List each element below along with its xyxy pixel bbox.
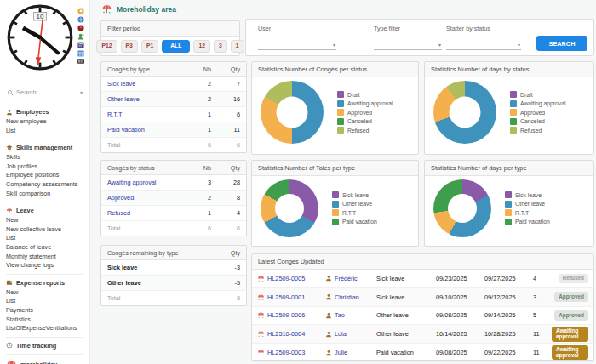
- stat-row-label[interactable]: Approved: [107, 194, 187, 202]
- date-to: 09/22/2025: [484, 349, 533, 356]
- user-cell: Lola: [325, 330, 376, 338]
- sidebar-header-time-tracking[interactable]: Time tracking: [6, 341, 83, 350]
- sidebar-header-moreholiday[interactable]: moreholiday: [6, 358, 83, 364]
- user-link[interactable]: Frédéric: [335, 275, 358, 282]
- stat-table-title: Congés by status: [107, 164, 187, 172]
- table-row: Refused14: [101, 206, 246, 221]
- sidebar: 10 Search ▾ EmployeesNew employ: [0, 0, 90, 364]
- user-link[interactable]: Christian: [335, 293, 359, 301]
- legend-swatch: [332, 209, 339, 216]
- stat-row-label[interactable]: Sick leave: [107, 80, 187, 88]
- sidebar-item-employee-positions[interactable]: Employee positions: [6, 171, 83, 180]
- table-row: Other leave216: [101, 92, 246, 107]
- stat-table-body: Sick leave-3Other leave-5: [101, 260, 246, 291]
- sidebar-item-list[interactable]: List: [6, 234, 83, 243]
- holiday-umbrella-icon: [257, 349, 265, 356]
- globe-icon[interactable]: [77, 16, 84, 23]
- leave-ref-link[interactable]: HL2509-0006: [267, 311, 305, 319]
- user-filter-select[interactable]: ▾: [258, 40, 336, 50]
- sidebar-item-competency-assessments[interactable]: Competency assessments: [6, 180, 83, 190]
- period-button-12[interactable]: 12: [193, 40, 210, 53]
- user-cell: Tao: [325, 311, 376, 319]
- sidebar-item-list[interactable]: List: [6, 297, 83, 306]
- holiday-umbrella-icon: [257, 293, 265, 301]
- status-filter-select[interactable]: ▾: [446, 40, 521, 50]
- user-filter-label: User: [258, 25, 271, 32]
- leave-ref-link[interactable]: HL2509-0005: [267, 275, 305, 282]
- sidebar-item-monthly-statement[interactable]: Monthly statement: [6, 253, 83, 262]
- leave-ref-link[interactable]: HL2509-0001: [267, 293, 305, 301]
- stat-row-value: 2: [187, 80, 211, 88]
- chevron-down-icon[interactable]: ▾: [80, 89, 83, 95]
- alert-icon[interactable]: [77, 25, 84, 31]
- conges-by-status-table: Congés by statusNbQtyAwaiting approval32…: [100, 160, 247, 236]
- stat-row-value: 28: [211, 179, 240, 186]
- period-button-1[interactable]: 1: [231, 40, 244, 53]
- user-icon: [325, 312, 332, 319]
- sidebar-search[interactable]: Search ▾: [6, 87, 83, 100]
- user-status-icon[interactable]: [77, 33, 84, 40]
- barcode-icon[interactable]: [77, 59, 84, 64]
- stat-row-value: 16: [211, 95, 240, 103]
- stat-table-header: Congés by typeNbQty: [101, 62, 246, 77]
- sidebar-item-skills[interactable]: Skills: [6, 153, 83, 162]
- date-to: 09/14/2025: [484, 311, 533, 319]
- sidebar-item-skill-comparison[interactable]: Skill comparison: [6, 190, 83, 199]
- date-from: 09/23/2025: [436, 275, 484, 282]
- sidebar-item-new-collective-leave[interactable]: New collective leave: [6, 225, 83, 235]
- period-button-p1[interactable]: P1: [141, 40, 158, 53]
- legend-label: Paid vacation: [342, 219, 377, 225]
- table-row: HL2509-0001ChristianSick leave09/10/2025…: [252, 288, 593, 307]
- user-link[interactable]: Julie: [335, 349, 347, 356]
- period-button-p12[interactable]: P12: [96, 40, 117, 53]
- holiday-umbrella-icon: [257, 330, 265, 338]
- sidebar-item-job-profiles[interactable]: Job profiles: [6, 162, 83, 172]
- sidebar-item-balance-of-leave[interactable]: Balance of leave: [6, 243, 83, 253]
- sidebar-header-leave[interactable]: Leave: [6, 206, 83, 215]
- leave-ref-link[interactable]: HL2510-0004: [267, 330, 305, 338]
- stat-row-label[interactable]: R.T.T: [107, 111, 187, 118]
- notification-icon[interactable]: [77, 8, 84, 14]
- chart-days-per-type: Statistics Number of days per typeSick l…: [424, 160, 594, 247]
- sidebar-item-new-employee[interactable]: New employee: [6, 117, 83, 127]
- sidebar-item-new[interactable]: New: [6, 216, 83, 225]
- chart-title: Statistics Number of days by status: [425, 62, 593, 77]
- table-row: R.T.T16: [101, 107, 246, 122]
- stat-total-row: Total66: [101, 221, 246, 236]
- sidebar-item-listofexpenseventilations[interactable]: ListOfExpenseVentilations: [6, 324, 83, 333]
- search-button[interactable]: SEARCH: [536, 36, 587, 51]
- stat-row-label[interactable]: Refused: [107, 209, 187, 217]
- legend-item-canceled: Canceled: [337, 118, 393, 125]
- period-button-p3[interactable]: P3: [121, 40, 138, 53]
- latest-conges-panel: Latest Conges Updated HL2509-0005Frédéri…: [251, 253, 594, 361]
- stat-row-label[interactable]: Awaiting approval: [107, 179, 187, 186]
- stat-row-value: 1: [187, 126, 211, 134]
- legend-item-approved: Approved: [337, 109, 393, 116]
- period-button-all[interactable]: ALL: [162, 40, 190, 53]
- donut-chart: [261, 81, 324, 144]
- sidebar-item-new[interactable]: New: [6, 288, 83, 298]
- sidebar-item-view-change-logs[interactable]: View change logs: [6, 261, 83, 270]
- sidebar-header-label: Time tracking: [16, 342, 56, 350]
- stat-row-label[interactable]: Paid vacation: [107, 126, 187, 134]
- table-row: Paid vacation111: [101, 122, 246, 138]
- user-link[interactable]: Tao: [335, 311, 345, 319]
- type-filter-select[interactable]: ▾: [374, 40, 442, 50]
- chart-days-by-status: Statistics Number of days by statusDraft…: [424, 61, 594, 155]
- sidebar-header-skills-management[interactable]: Skills management: [6, 143, 83, 152]
- leave-ref-link[interactable]: HL2509-0003: [267, 349, 305, 356]
- sidebar-item-statistics[interactable]: Statistics: [6, 316, 83, 325]
- stat-row-label[interactable]: Other leave: [107, 95, 187, 103]
- user-link[interactable]: Lola: [335, 330, 347, 338]
- sidebar-header-employees[interactable]: Employees: [6, 107, 83, 117]
- period-button-3[interactable]: 3: [214, 40, 227, 53]
- sidebar-header-expense-reports[interactable]: Expense reports: [6, 278, 83, 287]
- search-filter-panel: User Type filter Statter by status ▾ ▾ ▾…: [245, 19, 594, 56]
- main-content: Moreholiday area Filter period P12P3P1AL…: [90, 0, 596, 364]
- calendar-icon[interactable]: [77, 50, 84, 57]
- legend-label: Approved: [347, 110, 372, 116]
- calculator-icon[interactable]: [77, 42, 84, 48]
- donut-hole: [277, 97, 308, 128]
- sidebar-item-list[interactable]: List: [6, 127, 83, 136]
- sidebar-item-payments[interactable]: Payments: [6, 306, 83, 316]
